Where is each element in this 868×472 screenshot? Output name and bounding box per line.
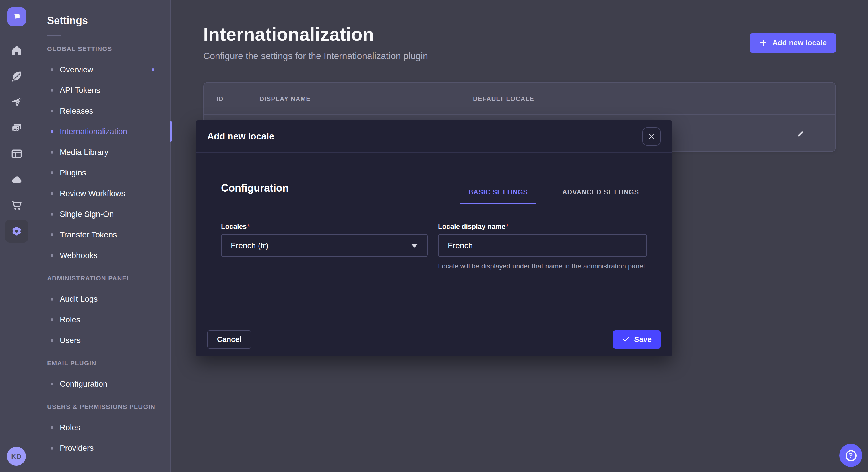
locales-select[interactable]: French (fr)	[221, 234, 428, 257]
close-button[interactable]	[642, 127, 661, 145]
tab-advanced-settings[interactable]: ADVANCED SETTINGS	[554, 189, 647, 204]
app: KD Settings GLOBAL SETTINGSOverviewAPI T…	[0, 0, 868, 472]
settings-tabs: BASIC SETTINGSADVANCED SETTINGS	[460, 189, 647, 204]
modal-body: Configuration BASIC SETTINGSADVANCED SET…	[196, 153, 672, 322]
configuration-header: Configuration BASIC SETTINGSADVANCED SET…	[221, 182, 647, 204]
tab-basic-settings[interactable]: BASIC SETTINGS	[460, 189, 536, 204]
display-name-label: Locale display name*	[438, 223, 647, 231]
close-icon	[648, 133, 655, 140]
cancel-button[interactable]: Cancel	[207, 330, 251, 348]
configuration-title: Configuration	[221, 182, 289, 204]
modal-title: Add new locale	[207, 131, 274, 141]
required-asterisk: *	[506, 223, 508, 231]
display-name-field: Locale display name* Locale will be disp…	[438, 223, 647, 271]
modal-footer: Cancel Save	[196, 322, 672, 356]
locales-field: Locales* French (fr)	[221, 223, 428, 271]
save-label: Save	[634, 335, 652, 343]
display-name-hint: Locale will be displayed under that name…	[438, 262, 647, 271]
form-fields: Locales* French (fr) Locale display name…	[221, 223, 647, 271]
check-icon	[622, 336, 629, 343]
required-asterisk: *	[247, 223, 250, 231]
display-name-input[interactable]	[438, 234, 647, 257]
add-locale-modal: Add new locale Configuration BASIC SETTI…	[196, 121, 672, 356]
chevron-down-icon	[411, 243, 418, 247]
modal-header: Add new locale	[196, 121, 672, 153]
save-button[interactable]: Save	[613, 330, 661, 348]
locales-select-value: French (fr)	[231, 241, 268, 250]
locales-label: Locales*	[221, 223, 428, 231]
